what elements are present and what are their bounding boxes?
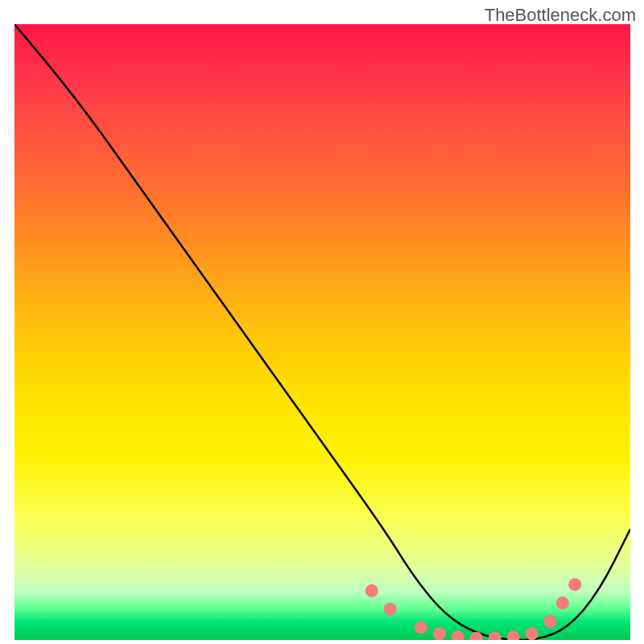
marker-point <box>568 578 581 591</box>
curve-line <box>14 24 630 640</box>
marker-point <box>507 630 520 640</box>
marker-point <box>365 584 378 597</box>
marker-point <box>415 621 427 634</box>
chart-svg <box>14 24 630 640</box>
chart-area <box>14 24 630 640</box>
marker-point <box>384 603 397 616</box>
watermark-text: TheBottleneck.com <box>485 5 636 26</box>
marker-point <box>452 630 464 640</box>
marker-point <box>556 597 569 609</box>
marker-point <box>544 615 557 628</box>
marker-point <box>526 627 539 640</box>
marker-point <box>433 627 446 640</box>
marker-point <box>489 632 502 640</box>
